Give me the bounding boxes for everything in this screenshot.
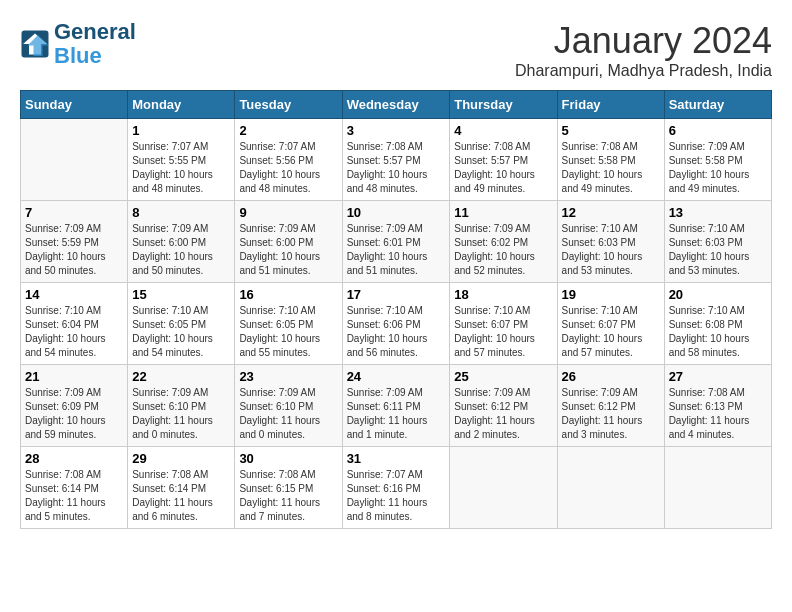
day-number: 22 (132, 369, 230, 384)
day-number: 16 (239, 287, 337, 302)
day-info: Sunrise: 7:10 AMSunset: 6:06 PMDaylight:… (347, 304, 446, 360)
day-info: Sunrise: 7:10 AMSunset: 6:03 PMDaylight:… (562, 222, 660, 278)
calendar-cell: 27Sunrise: 7:08 AMSunset: 6:13 PMDayligh… (664, 365, 771, 447)
location-title: Dharampuri, Madhya Pradesh, India (515, 62, 772, 80)
calendar-cell: 4Sunrise: 7:08 AMSunset: 5:57 PMDaylight… (450, 119, 557, 201)
page-header: GeneralBlue January 2024 Dharampuri, Mad… (20, 20, 772, 80)
day-info: Sunrise: 7:10 AMSunset: 6:05 PMDaylight:… (132, 304, 230, 360)
calendar-cell: 6Sunrise: 7:09 AMSunset: 5:58 PMDaylight… (664, 119, 771, 201)
day-info: Sunrise: 7:08 AMSunset: 5:58 PMDaylight:… (562, 140, 660, 196)
calendar-cell: 17Sunrise: 7:10 AMSunset: 6:06 PMDayligh… (342, 283, 450, 365)
day-info: Sunrise: 7:09 AMSunset: 6:12 PMDaylight:… (562, 386, 660, 442)
day-info: Sunrise: 7:08 AMSunset: 6:14 PMDaylight:… (132, 468, 230, 524)
weekday-header: Tuesday (235, 91, 342, 119)
calendar-cell: 21Sunrise: 7:09 AMSunset: 6:09 PMDayligh… (21, 365, 128, 447)
calendar-week-row: 21Sunrise: 7:09 AMSunset: 6:09 PMDayligh… (21, 365, 772, 447)
calendar-cell: 19Sunrise: 7:10 AMSunset: 6:07 PMDayligh… (557, 283, 664, 365)
day-info: Sunrise: 7:07 AMSunset: 5:56 PMDaylight:… (239, 140, 337, 196)
calendar-cell: 14Sunrise: 7:10 AMSunset: 6:04 PMDayligh… (21, 283, 128, 365)
calendar-cell: 7Sunrise: 7:09 AMSunset: 5:59 PMDaylight… (21, 201, 128, 283)
calendar-cell (664, 447, 771, 529)
calendar-cell: 25Sunrise: 7:09 AMSunset: 6:12 PMDayligh… (450, 365, 557, 447)
calendar-cell: 31Sunrise: 7:07 AMSunset: 6:16 PMDayligh… (342, 447, 450, 529)
day-info: Sunrise: 7:09 AMSunset: 6:10 PMDaylight:… (132, 386, 230, 442)
day-info: Sunrise: 7:07 AMSunset: 6:16 PMDaylight:… (347, 468, 446, 524)
day-info: Sunrise: 7:09 AMSunset: 6:10 PMDaylight:… (239, 386, 337, 442)
title-area: January 2024 Dharampuri, Madhya Pradesh,… (515, 20, 772, 80)
day-info: Sunrise: 7:09 AMSunset: 5:58 PMDaylight:… (669, 140, 767, 196)
calendar-week-row: 28Sunrise: 7:08 AMSunset: 6:14 PMDayligh… (21, 447, 772, 529)
day-info: Sunrise: 7:08 AMSunset: 6:13 PMDaylight:… (669, 386, 767, 442)
day-number: 18 (454, 287, 552, 302)
calendar-cell: 24Sunrise: 7:09 AMSunset: 6:11 PMDayligh… (342, 365, 450, 447)
day-number: 11 (454, 205, 552, 220)
day-info: Sunrise: 7:10 AMSunset: 6:03 PMDaylight:… (669, 222, 767, 278)
day-info: Sunrise: 7:08 AMSunset: 6:14 PMDaylight:… (25, 468, 123, 524)
weekday-header: Friday (557, 91, 664, 119)
calendar-week-row: 14Sunrise: 7:10 AMSunset: 6:04 PMDayligh… (21, 283, 772, 365)
day-number: 3 (347, 123, 446, 138)
day-number: 29 (132, 451, 230, 466)
calendar-cell: 29Sunrise: 7:08 AMSunset: 6:14 PMDayligh… (128, 447, 235, 529)
calendar-cell: 15Sunrise: 7:10 AMSunset: 6:05 PMDayligh… (128, 283, 235, 365)
calendar-cell: 9Sunrise: 7:09 AMSunset: 6:00 PMDaylight… (235, 201, 342, 283)
day-number: 28 (25, 451, 123, 466)
day-info: Sunrise: 7:09 AMSunset: 6:12 PMDaylight:… (454, 386, 552, 442)
calendar-cell (450, 447, 557, 529)
day-number: 25 (454, 369, 552, 384)
calendar-cell: 13Sunrise: 7:10 AMSunset: 6:03 PMDayligh… (664, 201, 771, 283)
weekday-header: Thursday (450, 91, 557, 119)
day-info: Sunrise: 7:10 AMSunset: 6:04 PMDaylight:… (25, 304, 123, 360)
day-number: 24 (347, 369, 446, 384)
day-number: 2 (239, 123, 337, 138)
calendar-cell: 22Sunrise: 7:09 AMSunset: 6:10 PMDayligh… (128, 365, 235, 447)
day-number: 21 (25, 369, 123, 384)
day-info: Sunrise: 7:10 AMSunset: 6:07 PMDaylight:… (454, 304, 552, 360)
day-info: Sunrise: 7:08 AMSunset: 5:57 PMDaylight:… (347, 140, 446, 196)
day-number: 6 (669, 123, 767, 138)
day-number: 8 (132, 205, 230, 220)
calendar-week-row: 1Sunrise: 7:07 AMSunset: 5:55 PMDaylight… (21, 119, 772, 201)
day-number: 23 (239, 369, 337, 384)
calendar-cell: 28Sunrise: 7:08 AMSunset: 6:14 PMDayligh… (21, 447, 128, 529)
day-info: Sunrise: 7:09 AMSunset: 6:02 PMDaylight:… (454, 222, 552, 278)
calendar-cell: 11Sunrise: 7:09 AMSunset: 6:02 PMDayligh… (450, 201, 557, 283)
calendar-cell: 18Sunrise: 7:10 AMSunset: 6:07 PMDayligh… (450, 283, 557, 365)
calendar-cell: 8Sunrise: 7:09 AMSunset: 6:00 PMDaylight… (128, 201, 235, 283)
day-number: 12 (562, 205, 660, 220)
logo-text: GeneralBlue (54, 20, 136, 68)
calendar-week-row: 7Sunrise: 7:09 AMSunset: 5:59 PMDaylight… (21, 201, 772, 283)
day-info: Sunrise: 7:10 AMSunset: 6:07 PMDaylight:… (562, 304, 660, 360)
calendar-cell: 3Sunrise: 7:08 AMSunset: 5:57 PMDaylight… (342, 119, 450, 201)
day-number: 17 (347, 287, 446, 302)
weekday-header: Sunday (21, 91, 128, 119)
logo-icon (20, 29, 50, 59)
day-info: Sunrise: 7:10 AMSunset: 6:08 PMDaylight:… (669, 304, 767, 360)
day-info: Sunrise: 7:09 AMSunset: 6:11 PMDaylight:… (347, 386, 446, 442)
month-title: January 2024 (515, 20, 772, 62)
weekday-header: Wednesday (342, 91, 450, 119)
day-info: Sunrise: 7:08 AMSunset: 5:57 PMDaylight:… (454, 140, 552, 196)
calendar-cell: 5Sunrise: 7:08 AMSunset: 5:58 PMDaylight… (557, 119, 664, 201)
day-number: 20 (669, 287, 767, 302)
day-info: Sunrise: 7:07 AMSunset: 5:55 PMDaylight:… (132, 140, 230, 196)
day-number: 4 (454, 123, 552, 138)
day-info: Sunrise: 7:09 AMSunset: 5:59 PMDaylight:… (25, 222, 123, 278)
logo: GeneralBlue (20, 20, 136, 68)
calendar-cell: 12Sunrise: 7:10 AMSunset: 6:03 PMDayligh… (557, 201, 664, 283)
day-info: Sunrise: 7:09 AMSunset: 6:00 PMDaylight:… (132, 222, 230, 278)
calendar-cell: 2Sunrise: 7:07 AMSunset: 5:56 PMDaylight… (235, 119, 342, 201)
calendar-cell: 23Sunrise: 7:09 AMSunset: 6:10 PMDayligh… (235, 365, 342, 447)
calendar-cell (557, 447, 664, 529)
day-number: 9 (239, 205, 337, 220)
calendar-cell: 10Sunrise: 7:09 AMSunset: 6:01 PMDayligh… (342, 201, 450, 283)
calendar-cell: 30Sunrise: 7:08 AMSunset: 6:15 PMDayligh… (235, 447, 342, 529)
day-number: 14 (25, 287, 123, 302)
calendar-header-row: SundayMondayTuesdayWednesdayThursdayFrid… (21, 91, 772, 119)
calendar-table: SundayMondayTuesdayWednesdayThursdayFrid… (20, 90, 772, 529)
day-number: 1 (132, 123, 230, 138)
day-info: Sunrise: 7:10 AMSunset: 6:05 PMDaylight:… (239, 304, 337, 360)
day-info: Sunrise: 7:08 AMSunset: 6:15 PMDaylight:… (239, 468, 337, 524)
day-number: 15 (132, 287, 230, 302)
day-number: 5 (562, 123, 660, 138)
